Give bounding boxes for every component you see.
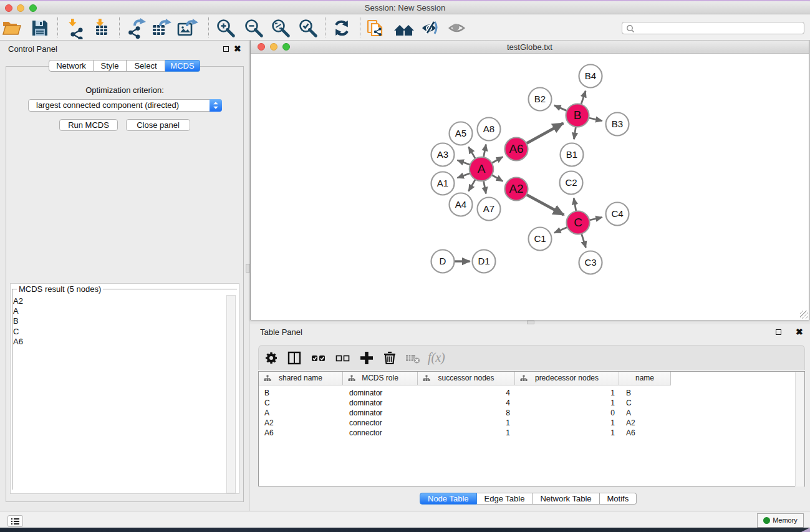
svg-text:A8: A8: [483, 123, 494, 134]
svg-text:A1: A1: [437, 178, 448, 188]
svg-text:A3: A3: [437, 149, 448, 160]
svg-text:C2: C2: [565, 177, 577, 188]
svg-text:D1: D1: [478, 256, 489, 266]
svg-text:A: A: [478, 162, 486, 175]
svg-text:A7: A7: [483, 203, 494, 214]
svg-text:A2: A2: [509, 182, 523, 195]
svg-text:A6: A6: [509, 142, 523, 155]
svg-text:C3: C3: [584, 257, 596, 268]
svg-text:D: D: [440, 256, 446, 266]
svg-text:B1: B1: [566, 149, 577, 160]
svg-text:A5: A5: [455, 128, 466, 138]
svg-text:A4: A4: [455, 199, 466, 210]
svg-text:C: C: [574, 216, 582, 229]
svg-text:f(x): f(x): [428, 351, 445, 365]
svg-text:B4: B4: [585, 70, 596, 81]
svg-text:C4: C4: [611, 208, 623, 219]
svg-text:B3: B3: [612, 118, 623, 129]
svg-text:C1: C1: [534, 233, 546, 244]
svg-text:B2: B2: [534, 94, 546, 104]
svg-text:B: B: [574, 109, 582, 122]
